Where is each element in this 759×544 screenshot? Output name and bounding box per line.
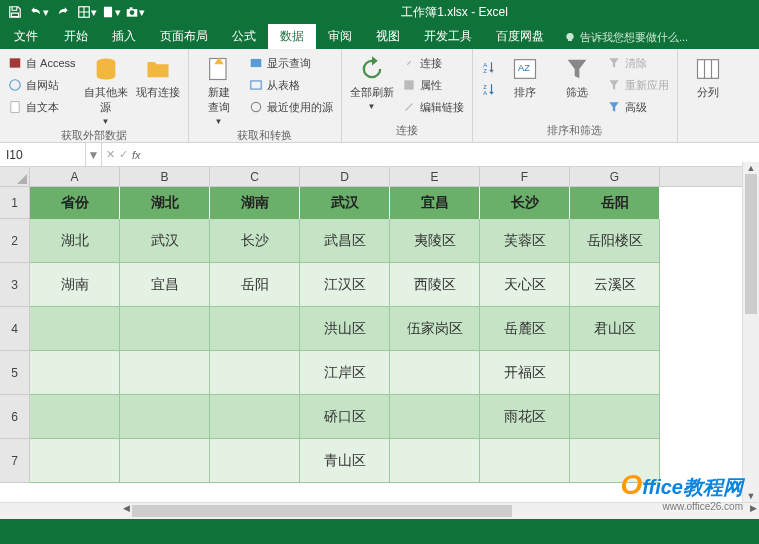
vertical-scrollbar[interactable]: ▲ ▼ (742, 162, 759, 502)
new-query-button[interactable]: 新建 查询▼ (195, 51, 243, 126)
cell[interactable] (30, 439, 120, 483)
cell[interactable]: 岳阳 (570, 187, 660, 219)
name-box[interactable]: I10 (0, 143, 86, 166)
cell[interactable]: 宜昌 (390, 187, 480, 219)
scroll-left-arrow[interactable]: ◀ (120, 503, 132, 513)
recent-sources-button[interactable]: 最近使用的源 (247, 97, 335, 117)
row-header[interactable]: 1 (0, 187, 30, 219)
cell[interactable] (570, 395, 660, 439)
from-web-button[interactable]: 自网站 (6, 75, 78, 95)
cell[interactable]: 岳麓区 (480, 307, 570, 351)
cell[interactable] (390, 439, 480, 483)
cell[interactable]: 湖北 (120, 187, 210, 219)
cell[interactable]: 武汉 (300, 187, 390, 219)
cell[interactable]: 雨花区 (480, 395, 570, 439)
cell[interactable]: 江汉区 (300, 263, 390, 307)
from-other-button[interactable]: 自其他来源▼ (82, 51, 130, 126)
qat-camera-icon[interactable]: ▾ (124, 1, 146, 23)
tab-baidu[interactable]: 百度网盘 (484, 24, 556, 49)
refresh-all-button[interactable]: 全部刷新▼ (348, 51, 396, 111)
cell[interactable]: 长沙 (210, 219, 300, 263)
cell[interactable] (120, 395, 210, 439)
row-header[interactable]: 3 (0, 263, 30, 307)
cell[interactable] (30, 351, 120, 395)
cell[interactable]: 开福区 (480, 351, 570, 395)
tab-file[interactable]: 文件 (0, 24, 52, 49)
cell[interactable]: 省份 (30, 187, 120, 219)
cell[interactable]: 洪山区 (300, 307, 390, 351)
row-header[interactable]: 7 (0, 439, 30, 483)
col-header[interactable]: G (570, 167, 660, 186)
cell[interactable] (210, 395, 300, 439)
sort-asc-button[interactable]: AZ (479, 57, 497, 77)
from-access-button[interactable]: 自 Access (6, 53, 78, 73)
tab-formulas[interactable]: 公式 (220, 24, 268, 49)
redo-button[interactable] (52, 1, 74, 23)
cell[interactable] (390, 395, 480, 439)
cell[interactable]: 武汉 (120, 219, 210, 263)
col-header[interactable]: B (120, 167, 210, 186)
cell[interactable]: 西陵区 (390, 263, 480, 307)
row-header[interactable]: 2 (0, 219, 30, 263)
scroll-thumb[interactable] (745, 174, 757, 314)
cell[interactable] (570, 351, 660, 395)
save-button[interactable] (4, 1, 26, 23)
cell[interactable]: 岳阳楼区 (570, 219, 660, 263)
col-header[interactable]: A (30, 167, 120, 186)
from-table-button[interactable]: 从表格 (247, 75, 335, 95)
cell[interactable] (480, 439, 570, 483)
tab-home[interactable]: 开始 (52, 24, 100, 49)
text-to-columns-button[interactable]: 分列 (684, 51, 732, 100)
sort-desc-button[interactable]: ZA (479, 79, 497, 99)
tab-data[interactable]: 数据 (268, 24, 316, 49)
show-queries-button[interactable]: 显示查询 (247, 53, 335, 73)
cell[interactable]: 伍家岗区 (390, 307, 480, 351)
advanced-filter-button[interactable]: 高级 (605, 97, 671, 117)
col-header[interactable]: F (480, 167, 570, 186)
col-header[interactable]: E (390, 167, 480, 186)
cell[interactable] (120, 351, 210, 395)
fx-button[interactable]: fx (132, 149, 141, 161)
from-text-button[interactable]: 自文本 (6, 97, 78, 117)
cell[interactable]: 君山区 (570, 307, 660, 351)
scroll-thumb[interactable] (132, 505, 512, 517)
undo-button[interactable]: ▾ (28, 1, 50, 23)
tab-developer[interactable]: 开发工具 (412, 24, 484, 49)
cell[interactable]: 硚口区 (300, 395, 390, 439)
col-header[interactable]: C (210, 167, 300, 186)
cell[interactable] (210, 307, 300, 351)
cell[interactable] (390, 351, 480, 395)
filter-button[interactable]: 筛选 (553, 51, 601, 100)
cell[interactable]: 湖北 (30, 219, 120, 263)
cell[interactable]: 江岸区 (300, 351, 390, 395)
tab-review[interactable]: 审阅 (316, 24, 364, 49)
existing-conn-button[interactable]: 现有连接 (134, 51, 182, 100)
row-header[interactable]: 5 (0, 351, 30, 395)
sort-button[interactable]: AZ排序 (501, 51, 549, 100)
qat-doc-icon[interactable]: ▾ (100, 1, 122, 23)
cell[interactable]: 青山区 (300, 439, 390, 483)
cell[interactable] (30, 395, 120, 439)
scroll-down-arrow[interactable]: ▼ (743, 490, 759, 502)
tab-insert[interactable]: 插入 (100, 24, 148, 49)
cell[interactable] (30, 307, 120, 351)
cell[interactable] (120, 439, 210, 483)
cell[interactable]: 湖南 (210, 187, 300, 219)
cell[interactable]: 芙蓉区 (480, 219, 570, 263)
qat-grid-icon[interactable]: ▾ (76, 1, 98, 23)
spreadsheet-grid[interactable]: A B C D E F G 1 2 3 4 5 6 7 省份 湖北 湖南 武汉 … (0, 167, 759, 503)
cell[interactable] (120, 307, 210, 351)
name-box-dropdown[interactable]: ▼ (86, 143, 102, 166)
cell[interactable]: 长沙 (480, 187, 570, 219)
tell-me-search[interactable]: 告诉我您想要做什么... (556, 26, 759, 49)
cell[interactable]: 湖南 (30, 263, 120, 307)
cell[interactable]: 云溪区 (570, 263, 660, 307)
col-header[interactable]: D (300, 167, 390, 186)
cell[interactable]: 夷陵区 (390, 219, 480, 263)
cell[interactable] (210, 351, 300, 395)
cell[interactable]: 武昌区 (300, 219, 390, 263)
tab-layout[interactable]: 页面布局 (148, 24, 220, 49)
cell[interactable]: 岳阳 (210, 263, 300, 307)
scroll-right-arrow[interactable]: ▶ (747, 503, 759, 513)
cell[interactable]: 天心区 (480, 263, 570, 307)
